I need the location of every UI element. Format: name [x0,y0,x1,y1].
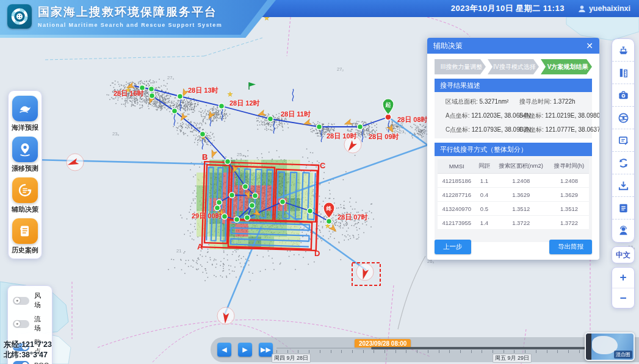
panel-title: 辅助决策 [433,41,463,51]
vessel-position-marker[interactable] [217,200,222,205]
vessel-position-marker[interactable] [149,87,154,92]
contour-line [398,256,425,329]
layer-toggle[interactable]: ● [13,297,29,305]
table-row[interactable]: 4121851861.11.24081.2408 [438,174,589,188]
layer-row: ●POC [13,361,47,364]
drift-predict-icon [12,137,38,162]
vessel-position-marker[interactable] [243,184,248,190]
zoom-out-button[interactable]: − [612,288,634,309]
wizard-step-1[interactable]: III搜救力量调整 [435,59,486,74]
description-field: A点坐标: 121.0203E, 38.0654N [438,112,519,120]
basemap-switcher[interactable]: 混合图 [585,332,635,361]
vessel-position-marker[interactable] [200,132,206,137]
sidebar-item-1[interactable]: 海洋预报 [12,96,38,132]
step-back-button[interactable]: ◀ [217,343,231,357]
vessel-position-marker[interactable] [234,217,240,223]
user-menu[interactable]: yuehaixinxi [578,4,630,13]
table-cell: 412287716 [438,188,476,202]
vessel-position-marker[interactable] [253,193,258,199]
poc-heatmap-cell [287,237,300,249]
start-pin-marker[interactable]: 起 [383,99,394,115]
vessel-position-marker[interactable] [327,219,332,224]
vessel-position-marker[interactable] [358,124,363,130]
search-corner-label: D [314,249,320,258]
trajectory-time-label: 28日 08时 [397,116,428,123]
timeline-tick [352,350,353,353]
annotate-icon[interactable] [612,129,634,152]
timeline-tick [395,350,396,353]
vessel-position-marker[interactable] [178,94,183,99]
wizard-step-2[interactable]: IV搜寻模式选择 [488,59,539,74]
user-icon [578,5,586,13]
vessel-position-marker[interactable] [229,193,235,198]
layer-toggle[interactable]: ● [13,361,29,364]
table-cell: 1.3512 [493,202,549,216]
trajectory-time-label: 28日 16时 [114,90,144,97]
panel-footer: 上一步 导出简报 [427,240,599,254]
vessel-position-marker[interactable] [245,215,250,221]
table-cell: 0.4 [476,188,493,202]
step-forward-button[interactable]: ▶▶ [259,343,273,357]
download-icon[interactable] [612,174,634,197]
description-field: D点坐标: 121.0777E, 38.0637N [519,126,588,134]
wind-arrow-icon [209,150,217,159]
vessel-position-marker[interactable] [268,116,273,122]
vessel-position-marker[interactable] [308,209,313,214]
zoom-in-button[interactable]: + [612,268,634,288]
report-icon[interactable] [612,197,634,219]
timeline-date-label: 周五 9月 29日 [493,354,532,363]
timeline-tick [557,350,558,353]
vessel-position-marker[interactable] [317,124,322,130]
timeline-tick [287,350,288,353]
close-icon[interactable]: ✕ [586,41,593,50]
table-row[interactable]: 4122877160.41.36291.3629 [438,188,589,202]
wizard-step-3[interactable]: V方案规划结果 [541,59,592,74]
vessel-position-marker[interactable] [222,214,228,219]
drift-trajectory [151,89,228,162]
header-brand: 国家海上搜救环境保障服务平台 National Maritime Search … [0,0,267,35]
table-row[interactable]: 4121739551.41.37221.3722 [438,216,589,230]
parallel-search-section-header: 平行线搜寻方式（整体划分） [435,143,592,156]
timeline-tick [374,350,374,353]
ship-icon[interactable] [612,39,634,62]
sidebar-item-2[interactable]: 漂移预测 [12,137,38,173]
longitude-label: 东经:121°7'23 [4,340,52,350]
vessel-position-marker[interactable] [219,104,225,109]
export-report-button[interactable]: 导出简报 [549,240,592,254]
trajectory-time-label: 28日 09时 [369,133,399,140]
wind-arrow-icon [344,119,352,127]
play-button[interactable]: ▶ [238,343,252,357]
layer-toggle[interactable]: ● [13,320,29,328]
vessel-position-marker[interactable] [150,93,155,99]
chart-line [287,17,291,56]
vessel-position-marker[interactable] [225,159,231,165]
timeline-date-label: 周四 9月 28日 [272,354,311,363]
camera-icon[interactable] [612,84,634,107]
current-rose-marker [356,263,374,280]
vessel-position-marker[interactable] [215,205,220,211]
zoom-control: + − [612,267,635,309]
timeline-tick [504,350,504,353]
language-button[interactable]: 中文 [612,246,635,263]
scale-ruler-icon[interactable] [612,62,634,84]
timeline-tick [439,350,439,353]
previous-step-button[interactable]: 上一步 [435,240,471,254]
layer-row: ●流场 [13,315,47,333]
current-rose-marker [217,307,234,324]
vessel-position-marker[interactable] [280,199,286,205]
description-field: 搜寻总时间: 1.3722h [519,98,588,106]
search-plan-table-container: MMSI间距搜索区面积(nm2)搜寻时间(h)4121851861.11.240… [435,156,592,242]
table-row[interactable]: 4132409700.51.35121.3512 [438,202,589,216]
end-pin-marker[interactable]: 终 [323,202,334,218]
globe-icon[interactable] [612,107,634,129]
poc-heatmap-cell [197,173,209,185]
sidebar-item-4[interactable]: 历史案例 [12,218,38,255]
operator-icon[interactable] [612,219,634,242]
refresh-icon[interactable] [612,152,634,174]
poc-heatmap-cell [236,224,248,237]
timeline-tick [493,350,493,353]
sidebar-item-3[interactable]: 辅助决策 [12,177,38,214]
vessel-position-marker[interactable] [172,109,178,114]
depth-sounding-label: 27₅ [399,129,406,135]
vessel-position-marker[interactable] [250,203,255,209]
